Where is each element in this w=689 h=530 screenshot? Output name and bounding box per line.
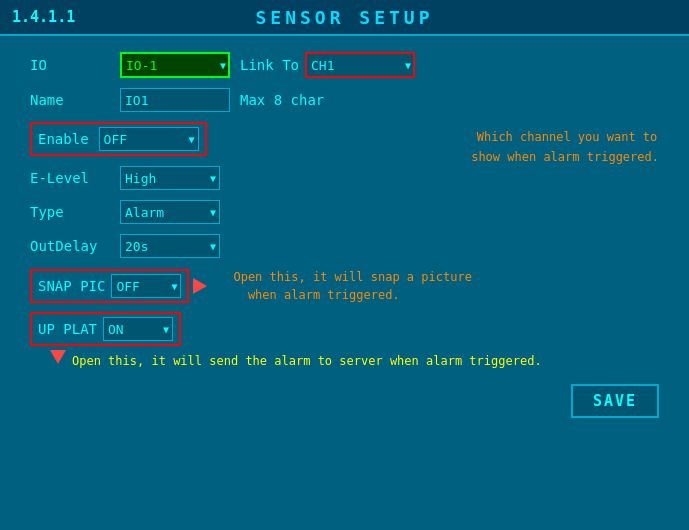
elevel-row: E-Level High Low: [30, 166, 447, 190]
up-plat-select-wrapper: ON OFF: [103, 317, 173, 341]
type-select[interactable]: Alarm Normal: [120, 200, 220, 224]
elevel-label: E-Level: [30, 170, 120, 186]
io-label: IO: [30, 57, 120, 73]
enable-row: Enable OFF ON: [30, 122, 447, 156]
enable-select-wrapper: OFF ON: [99, 127, 199, 151]
snap-arrow-icon: [193, 278, 207, 294]
snap-arrow-note: Open this, it will snap a picture when a…: [193, 268, 471, 304]
bottom-note: Open this, it will send the alarm to ser…: [72, 354, 542, 368]
bottom-note-row: Open this, it will send the alarm to ser…: [30, 350, 659, 368]
enable-section: Enable OFF ON: [30, 122, 207, 156]
link-to-section: Link To CH1 CH2 CH3 CH4: [240, 52, 415, 78]
page-title: SENSOR SETUP: [255, 7, 433, 28]
outdelay-row: OutDelay 20s 10s 30s: [30, 234, 447, 258]
enable-section-row: Enable OFF ON E-Level High Low: [30, 122, 659, 268]
channel-note: Which channel you want to show when alar…: [457, 130, 659, 164]
elevel-select[interactable]: High Low: [120, 166, 220, 190]
save-button[interactable]: SAVE: [571, 384, 659, 418]
name-row: Name Max 8 char: [30, 88, 659, 112]
channel-note-area: Which channel you want to show when alar…: [447, 122, 659, 166]
snap-pic-select[interactable]: OFF ON: [111, 274, 181, 298]
snap-pic-row: SNAP PIC OFF ON Open this, it will snap …: [30, 268, 659, 304]
snap-note: Open this, it will snap a picture when a…: [233, 268, 471, 304]
outdelay-label: OutDelay: [30, 238, 120, 254]
io-select[interactable]: IO-1 IO-2 IO-3 IO-4: [120, 52, 230, 78]
enable-select[interactable]: OFF ON: [99, 127, 199, 151]
up-plat-row: UP PLAT ON OFF: [30, 312, 659, 346]
io-select-wrapper: IO-1 IO-2 IO-3 IO-4: [120, 52, 230, 78]
snap-pic-section: SNAP PIC OFF ON: [30, 269, 189, 303]
snap-pic-select-wrapper: OFF ON: [111, 274, 181, 298]
link-to-select[interactable]: CH1 CH2 CH3 CH4: [305, 52, 415, 78]
link-to-label: Link To: [240, 57, 299, 73]
type-select-wrapper: Alarm Normal: [120, 200, 220, 224]
enable-field-label: Enable: [38, 131, 89, 147]
up-plat-section: UP PLAT ON OFF: [30, 312, 181, 346]
type-row: Type Alarm Normal: [30, 200, 447, 224]
up-plat-select[interactable]: ON OFF: [103, 317, 173, 341]
left-col: Enable OFF ON E-Level High Low: [30, 122, 447, 268]
up-plat-label: UP PLAT: [38, 321, 97, 337]
up-plat-arrow-icon: [50, 350, 66, 364]
version-label: 1.4.1.1: [12, 8, 75, 26]
snap-pic-label: SNAP PIC: [38, 278, 105, 294]
outdelay-select[interactable]: 20s 10s 30s: [120, 234, 220, 258]
type-label: Type: [30, 204, 120, 220]
max-char-label: Max 8 char: [240, 92, 324, 108]
bottom-bar: SAVE: [0, 384, 689, 418]
elevel-select-wrapper: High Low: [120, 166, 220, 190]
link-to-select-wrapper: CH1 CH2 CH3 CH4: [305, 52, 415, 78]
io-row: IO IO-1 IO-2 IO-3 IO-4 Link To CH1 CH2 C…: [30, 52, 659, 78]
outdelay-select-wrapper: 20s 10s 30s: [120, 234, 220, 258]
name-label: Name: [30, 92, 120, 108]
name-input[interactable]: [120, 88, 230, 112]
title-bar: 1.4.1.1 SENSOR SETUP: [0, 0, 689, 36]
